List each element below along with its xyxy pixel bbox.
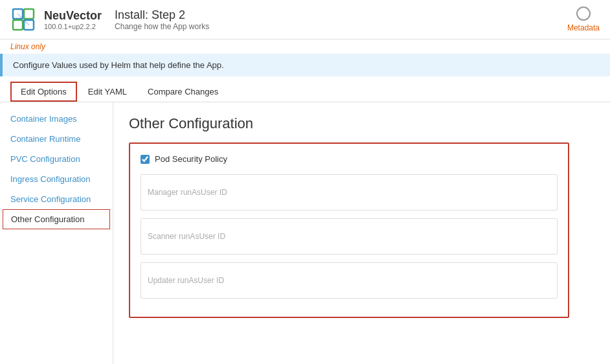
manager-input-group [141, 174, 558, 210]
tabs-bar: Edit Options Edit YAML Compare Changes [0, 76, 610, 102]
app-name: NeuVector [44, 9, 102, 23]
scanner-run-as-user-input[interactable] [141, 218, 558, 255]
content-area: Other Configuration Pod Security Policy [113, 102, 610, 364]
step-info: Install: Step 2 Change how the App works [115, 8, 209, 31]
sidebar-item-service-configuration[interactable]: Service Configuration [0, 189, 113, 209]
sidebar-item-container-images[interactable]: Container Images [0, 109, 113, 129]
app-info: NeuVector 100.0.1+up2.2.2 [44, 9, 102, 30]
pod-security-row: Pod Security Policy [141, 154, 558, 164]
scanner-input-group [141, 218, 558, 255]
metadata-label: Metadata [567, 23, 600, 32]
updater-input-group [141, 262, 558, 299]
updater-run-as-user-input[interactable] [141, 262, 558, 299]
sidebar-item-other-configuration[interactable]: Other Configuration [3, 209, 110, 229]
manager-run-as-user-input[interactable] [141, 174, 558, 210]
tab-compare-changes[interactable]: Compare Changes [138, 82, 228, 101]
main-layout: Container Images Container Runtime PVC C… [0, 102, 610, 364]
sidebar-item-ingress-configuration[interactable]: Ingress Configuration [0, 169, 113, 189]
tab-edit-yaml[interactable]: Edit YAML [78, 82, 137, 101]
other-config-box: Pod Security Policy [129, 142, 569, 318]
info-bar: Configure Values used by Helm that help … [0, 54, 610, 76]
sidebar: Container Images Container Runtime PVC C… [0, 102, 113, 364]
content-title: Other Configuration [129, 115, 594, 132]
metadata-section[interactable]: Metadata [567, 6, 600, 32]
app-version: 100.0.1+up2.2.2 [44, 23, 102, 30]
app-logo [10, 6, 36, 32]
sidebar-item-container-runtime[interactable]: Container Runtime [0, 129, 113, 149]
tab-edit-options[interactable]: Edit Options [10, 82, 77, 102]
app-header: NeuVector 100.0.1+up2.2.2 Install: Step … [0, 0, 610, 40]
pod-security-label: Pod Security Policy [155, 154, 227, 164]
step-subtitle: Change how the App works [115, 22, 209, 31]
pod-security-checkbox[interactable] [141, 155, 150, 164]
svg-rect-2 [13, 20, 23, 30]
linux-banner: Linux only [0, 40, 610, 54]
sidebar-item-pvc-configuration[interactable]: PVC Configuration [0, 149, 113, 169]
step-title: Install: Step 2 [115, 8, 209, 22]
svg-rect-1 [24, 9, 34, 19]
metadata-circle-icon [576, 6, 591, 21]
